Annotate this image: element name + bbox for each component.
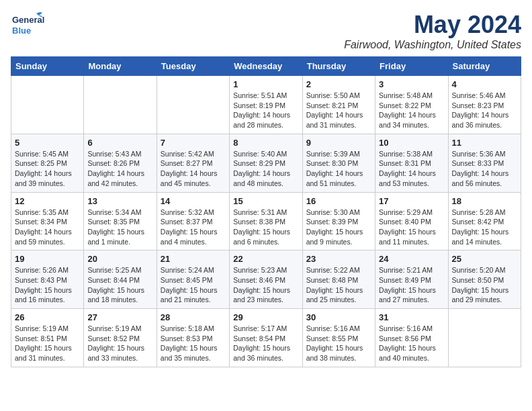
table-row: 10Sunrise: 5:38 AM Sunset: 8:31 PM Dayli… (375, 134, 448, 192)
table-row: 18Sunrise: 5:28 AM Sunset: 8:42 PM Dayli… (448, 192, 521, 250)
logo: General Blue (11, 11, 44, 39)
day-number: 24 (379, 254, 444, 264)
header-friday: Friday (375, 57, 448, 76)
day-info: Sunrise: 5:38 AM Sunset: 8:31 PM Dayligh… (379, 149, 444, 189)
table-row: 7Sunrise: 5:42 AM Sunset: 8:27 PM Daylig… (157, 134, 229, 192)
table-row (11, 76, 84, 134)
day-number: 31 (379, 312, 444, 322)
day-number: 30 (306, 312, 371, 322)
day-info: Sunrise: 5:43 AM Sunset: 8:26 PM Dayligh… (87, 149, 152, 189)
calendar-week-row: 19Sunrise: 5:26 AM Sunset: 8:43 PM Dayli… (11, 250, 521, 309)
table-row: 8Sunrise: 5:40 AM Sunset: 8:29 PM Daylig… (230, 134, 302, 192)
day-info: Sunrise: 5:20 AM Sunset: 8:50 PM Dayligh… (452, 265, 517, 305)
calendar-title: May 2024 (344, 11, 521, 39)
day-info: Sunrise: 5:29 AM Sunset: 8:40 PM Dayligh… (379, 208, 444, 247)
day-info: Sunrise: 5:48 AM Sunset: 8:22 PM Dayligh… (379, 91, 444, 130)
day-info: Sunrise: 5:16 AM Sunset: 8:55 PM Dayligh… (306, 324, 371, 363)
table-row (157, 76, 229, 134)
table-row: 25Sunrise: 5:20 AM Sunset: 8:50 PM Dayli… (448, 250, 521, 309)
day-info: Sunrise: 5:18 AM Sunset: 8:53 PM Dayligh… (161, 324, 226, 363)
page-header: General Blue May 2024 Fairwood, Washingt… (11, 11, 521, 51)
day-number: 14 (161, 196, 226, 206)
day-number: 29 (233, 312, 298, 322)
day-info: Sunrise: 5:23 AM Sunset: 8:46 PM Dayligh… (233, 265, 298, 305)
day-info: Sunrise: 5:30 AM Sunset: 8:39 PM Dayligh… (306, 208, 371, 247)
day-number: 9 (306, 138, 371, 148)
day-number: 2 (306, 79, 371, 89)
day-info: Sunrise: 5:32 AM Sunset: 8:37 PM Dayligh… (161, 208, 226, 247)
day-info: Sunrise: 5:19 AM Sunset: 8:51 PM Dayligh… (15, 324, 80, 363)
table-row: 23Sunrise: 5:22 AM Sunset: 8:48 PM Dayli… (302, 250, 375, 309)
table-row: 4Sunrise: 5:46 AM Sunset: 8:23 PM Daylig… (448, 76, 521, 134)
header-monday: Monday (84, 57, 157, 76)
table-row: 26Sunrise: 5:19 AM Sunset: 8:51 PM Dayli… (11, 309, 84, 367)
table-row: 5Sunrise: 5:45 AM Sunset: 8:25 PM Daylig… (11, 134, 84, 192)
day-number: 12 (15, 196, 80, 206)
table-row: 12Sunrise: 5:35 AM Sunset: 8:34 PM Dayli… (11, 192, 84, 250)
calendar-week-row: 12Sunrise: 5:35 AM Sunset: 8:34 PM Dayli… (11, 192, 521, 250)
day-number: 26 (15, 312, 80, 322)
table-row (448, 309, 521, 367)
table-row: 3Sunrise: 5:48 AM Sunset: 8:22 PM Daylig… (375, 76, 448, 134)
table-row: 1Sunrise: 5:51 AM Sunset: 8:19 PM Daylig… (230, 76, 302, 134)
day-info: Sunrise: 5:46 AM Sunset: 8:23 PM Dayligh… (452, 91, 517, 130)
table-row: 19Sunrise: 5:26 AM Sunset: 8:43 PM Dayli… (11, 250, 84, 309)
day-number: 25 (452, 254, 517, 264)
table-row (84, 76, 157, 134)
day-number: 7 (161, 138, 226, 148)
table-row: 24Sunrise: 5:21 AM Sunset: 8:49 PM Dayli… (375, 250, 448, 309)
table-row: 29Sunrise: 5:17 AM Sunset: 8:54 PM Dayli… (230, 309, 302, 367)
title-block: May 2024 Fairwood, Washington, United St… (344, 11, 521, 51)
day-number: 16 (306, 196, 371, 206)
day-info: Sunrise: 5:31 AM Sunset: 8:38 PM Dayligh… (233, 208, 298, 247)
header-wednesday: Wednesday (230, 57, 302, 76)
table-row: 22Sunrise: 5:23 AM Sunset: 8:46 PM Dayli… (230, 250, 302, 309)
day-number: 10 (379, 138, 444, 148)
day-number: 8 (233, 138, 298, 148)
day-number: 20 (87, 254, 152, 264)
day-info: Sunrise: 5:45 AM Sunset: 8:25 PM Dayligh… (15, 149, 80, 189)
day-number: 1 (233, 79, 298, 89)
day-info: Sunrise: 5:36 AM Sunset: 8:33 PM Dayligh… (452, 149, 517, 189)
calendar-header-row: Sunday Monday Tuesday Wednesday Thursday… (11, 57, 521, 76)
day-info: Sunrise: 5:34 AM Sunset: 8:35 PM Dayligh… (87, 208, 152, 247)
day-number: 23 (306, 254, 371, 264)
day-number: 22 (233, 254, 298, 264)
day-info: Sunrise: 5:16 AM Sunset: 8:56 PM Dayligh… (379, 324, 444, 363)
day-number: 5 (15, 138, 80, 148)
table-row: 31Sunrise: 5:16 AM Sunset: 8:56 PM Dayli… (375, 309, 448, 367)
table-row: 21Sunrise: 5:24 AM Sunset: 8:45 PM Dayli… (157, 250, 229, 309)
calendar-subtitle: Fairwood, Washington, United States (344, 39, 521, 51)
calendar-table: Sunday Monday Tuesday Wednesday Thursday… (11, 56, 521, 367)
day-info: Sunrise: 5:17 AM Sunset: 8:54 PM Dayligh… (233, 324, 298, 363)
logo-svg: General Blue (11, 11, 44, 39)
table-row: 14Sunrise: 5:32 AM Sunset: 8:37 PM Dayli… (157, 192, 229, 250)
day-info: Sunrise: 5:42 AM Sunset: 8:27 PM Dayligh… (161, 149, 226, 189)
day-number: 28 (161, 312, 226, 322)
table-row: 6Sunrise: 5:43 AM Sunset: 8:26 PM Daylig… (84, 134, 157, 192)
header-tuesday: Tuesday (157, 57, 229, 76)
day-number: 21 (161, 254, 226, 264)
day-number: 13 (87, 196, 152, 206)
table-row: 9Sunrise: 5:39 AM Sunset: 8:30 PM Daylig… (302, 134, 375, 192)
day-info: Sunrise: 5:28 AM Sunset: 8:42 PM Dayligh… (452, 208, 517, 247)
day-number: 4 (452, 79, 517, 89)
table-row: 28Sunrise: 5:18 AM Sunset: 8:53 PM Dayli… (157, 309, 229, 367)
day-number: 11 (452, 138, 517, 148)
day-info: Sunrise: 5:24 AM Sunset: 8:45 PM Dayligh… (161, 265, 226, 305)
day-number: 18 (452, 196, 517, 206)
table-row: 27Sunrise: 5:19 AM Sunset: 8:52 PM Dayli… (84, 309, 157, 367)
day-info: Sunrise: 5:40 AM Sunset: 8:29 PM Dayligh… (233, 149, 298, 189)
day-info: Sunrise: 5:19 AM Sunset: 8:52 PM Dayligh… (87, 324, 152, 363)
svg-text:Blue: Blue (12, 26, 31, 36)
table-row: 15Sunrise: 5:31 AM Sunset: 8:38 PM Dayli… (230, 192, 302, 250)
header-saturday: Saturday (448, 57, 521, 76)
day-info: Sunrise: 5:50 AM Sunset: 8:21 PM Dayligh… (306, 91, 371, 130)
day-number: 15 (233, 196, 298, 206)
table-row: 30Sunrise: 5:16 AM Sunset: 8:55 PM Dayli… (302, 309, 375, 367)
header-sunday: Sunday (11, 57, 84, 76)
table-row: 2Sunrise: 5:50 AM Sunset: 8:21 PM Daylig… (302, 76, 375, 134)
table-row: 11Sunrise: 5:36 AM Sunset: 8:33 PM Dayli… (448, 134, 521, 192)
day-number: 17 (379, 196, 444, 206)
day-number: 19 (15, 254, 80, 264)
